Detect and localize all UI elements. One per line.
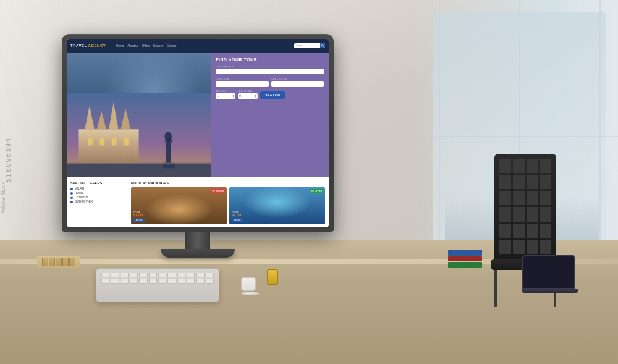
children-input[interactable]: 0 ▲ ▼ xyxy=(238,93,258,99)
package-badge-1: UP TO 30% xyxy=(211,189,225,193)
hero-main-image xyxy=(67,53,211,177)
monitor-screen: TRAVEL AGENCY Home About us Offers News … xyxy=(67,39,329,227)
chair-mesh-cell xyxy=(527,191,538,205)
adults-input[interactable]: 1 ▲ ▼ xyxy=(216,93,235,99)
svg-rect-25 xyxy=(175,207,179,213)
key xyxy=(139,273,147,277)
chair-back xyxy=(494,154,556,259)
key xyxy=(158,279,166,284)
package-card-2[interactable]: WE OFFER FROM $1,799 MORE xyxy=(229,187,325,224)
nav-contact[interactable]: Contact xyxy=(167,44,177,48)
adults-stepper[interactable]: ▲ ▼ xyxy=(232,95,234,98)
svg-rect-29 xyxy=(253,187,302,224)
package-price-2: $1,799 xyxy=(232,213,241,217)
chair-mesh-cell xyxy=(540,159,551,173)
letter-blocks xyxy=(37,256,80,268)
chair-mesh-cell xyxy=(540,191,551,205)
chair-mesh-cell xyxy=(499,240,511,254)
chair-mesh-cell xyxy=(499,224,511,238)
children-value: 0 xyxy=(239,95,241,98)
offer-rome[interactable]: ROME xyxy=(70,192,126,195)
package-price-1: $1,785 xyxy=(133,213,143,217)
laptop xyxy=(522,255,578,293)
offer-dubrovnik-text: DUBROVNIK xyxy=(75,200,93,203)
destination-input[interactable] xyxy=(216,69,324,74)
package-more-button-1[interactable]: MORE xyxy=(133,219,145,222)
nav-search-button[interactable] xyxy=(320,43,325,48)
office-chair xyxy=(488,154,562,327)
nav-offers[interactable]: Offers xyxy=(142,44,150,48)
coastal-image xyxy=(229,187,325,224)
keyboard xyxy=(96,268,219,302)
chair-mesh-cell xyxy=(499,191,511,205)
nav-news[interactable]: News ▾ xyxy=(153,44,163,48)
offer-london[interactable]: LONDON xyxy=(70,196,126,199)
svg-rect-12 xyxy=(124,138,129,146)
block xyxy=(49,258,55,266)
key xyxy=(206,273,214,277)
cup-body xyxy=(267,269,278,285)
cathedral-image xyxy=(67,53,211,177)
key xyxy=(101,279,109,284)
pencil-cup xyxy=(266,269,279,291)
nav-divider xyxy=(111,42,111,49)
website-navbar: TRAVEL AGENCY Home About us Offers News … xyxy=(67,39,329,53)
nav-home[interactable]: Home xyxy=(116,44,124,48)
key xyxy=(149,273,157,277)
package-more-button-2[interactable]: MORE xyxy=(232,219,243,222)
svg-rect-33 xyxy=(263,200,266,206)
website-logo: TRAVEL AGENCY xyxy=(70,44,106,48)
find-tour-title: FIND YOUR TOUR xyxy=(216,57,324,62)
package-card-1[interactable]: UP TO 30% FROM $1,785 MORE xyxy=(131,187,227,224)
key xyxy=(111,273,119,277)
chair-mesh-cell xyxy=(513,191,525,205)
svg-point-19 xyxy=(159,204,199,224)
nav-search-placeholder: Search xyxy=(296,44,319,47)
special-offers-section: SPECIAL OFFERS MILAN ROME LONDON xyxy=(70,181,126,223)
offer-dubrovnik[interactable]: DUBROVNIK xyxy=(70,200,126,203)
svg-rect-17 xyxy=(67,163,211,164)
offer-dot xyxy=(70,188,73,190)
svg-rect-32 xyxy=(258,201,261,206)
svg-rect-9 xyxy=(88,138,93,146)
package-image-1 xyxy=(131,187,227,224)
chair-mesh-cell xyxy=(540,240,551,254)
adobe-stock-text: Adobe Stock xyxy=(0,181,6,213)
offer-dot xyxy=(70,192,73,195)
block xyxy=(69,258,75,266)
search-button[interactable]: SEARCH xyxy=(260,91,285,99)
checkout-input[interactable] xyxy=(271,81,324,87)
key xyxy=(130,279,138,284)
chair-mesh-cell xyxy=(540,175,551,189)
package-badge-2: WE OFFER xyxy=(310,189,323,193)
offer-rome-text: ROME xyxy=(75,192,84,195)
svg-marker-31 xyxy=(253,197,302,212)
svg-rect-36 xyxy=(286,201,290,205)
key xyxy=(101,273,109,277)
keyboard-keys xyxy=(96,269,219,287)
key xyxy=(111,279,119,284)
website-bottom-section: SPECIAL OFFERS MILAN ROME LONDON xyxy=(67,177,329,227)
svg-line-1 xyxy=(323,46,323,46)
chair-mesh-cell xyxy=(540,207,551,221)
logo-agency-text: AGENCY xyxy=(88,44,106,48)
nav-links: Home About us Offers News ▾ Contact xyxy=(116,44,290,48)
chair-mesh-cell xyxy=(513,175,525,189)
key xyxy=(187,279,195,284)
laptop-screen xyxy=(522,255,575,289)
children-label: CHILDREN xyxy=(238,90,258,93)
chair-mesh-cell xyxy=(513,240,525,254)
book xyxy=(448,250,482,256)
checkin-input[interactable] xyxy=(216,81,268,87)
svg-point-20 xyxy=(161,204,198,222)
nav-about[interactable]: About us xyxy=(127,44,138,48)
offer-milan[interactable]: MILAN xyxy=(70,187,126,190)
hero-images xyxy=(67,53,211,177)
adults-label: ADULTS xyxy=(216,90,235,93)
key xyxy=(130,273,138,277)
chair-mesh-cell xyxy=(499,207,511,221)
logo-travel-text: TRAVEL xyxy=(70,44,87,48)
children-stepper[interactable]: ▲ ▼ xyxy=(255,95,256,98)
nav-search-box[interactable]: Search xyxy=(294,43,325,48)
book xyxy=(448,262,482,268)
